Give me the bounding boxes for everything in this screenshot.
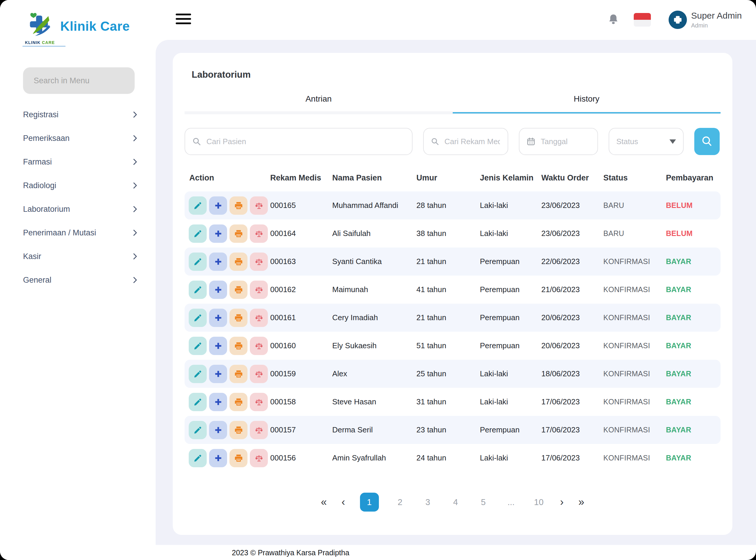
pagination-page-ellipsis[interactable]: ... — [505, 497, 518, 507]
nama-pasien-cell: Amin Syafrullah — [332, 453, 416, 462]
lab-scale-action-button[interactable] — [250, 337, 268, 355]
edit-action-button[interactable] — [189, 449, 207, 467]
sidebar-item-farmasi[interactable]: Farmasi — [23, 150, 137, 174]
pagination-page-1[interactable]: 1 — [360, 493, 379, 512]
status-select-label: Status — [616, 137, 638, 146]
tab-history[interactable]: History — [453, 94, 721, 111]
sidebar-item-label: Laboratorium — [23, 205, 70, 214]
lab-scale-action-button[interactable] — [250, 421, 268, 439]
print-action-button[interactable] — [229, 224, 247, 243]
status-select[interactable]: Status — [609, 128, 683, 155]
add-action-button[interactable] — [209, 365, 227, 383]
topbar-right: Super Admin Admin — [608, 11, 742, 29]
sidebar-item-laboratorium[interactable]: Laboratorium — [23, 197, 137, 221]
pagination-next-button[interactable]: › — [560, 497, 564, 507]
table-column-header: Pembayaran — [666, 173, 720, 182]
lab-scale-action-button[interactable] — [250, 224, 268, 243]
pagination-page-4[interactable]: 4 — [449, 497, 462, 507]
lab-scale-action-button[interactable] — [250, 281, 268, 299]
add-action-button[interactable] — [209, 196, 227, 215]
pagination-page-5[interactable]: 5 — [477, 497, 490, 507]
print-action-button[interactable] — [229, 365, 247, 383]
record-search-input[interactable] — [444, 137, 500, 146]
user-avatar[interactable] — [669, 11, 687, 29]
edit-action-button[interactable] — [189, 281, 207, 299]
date-input[interactable] — [540, 137, 590, 146]
sidebar-item-label: Kasir — [23, 252, 41, 261]
sidebar-item-registrasi[interactable]: Registrasi — [23, 103, 137, 126]
user-role: Admin — [691, 22, 742, 29]
sidebar-item-kasir[interactable]: Kasir — [23, 244, 137, 268]
jenis-kelamin-cell: Perempuan — [480, 341, 541, 350]
edit-action-button[interactable] — [189, 393, 207, 411]
lab-scale-action-button[interactable] — [250, 393, 268, 411]
print-action-button[interactable] — [229, 337, 247, 355]
pagination-page-10[interactable]: 10 — [532, 497, 546, 507]
table-row: 000160 Ely Sukaesih 51 tahun Perempuan 2… — [185, 332, 720, 360]
edit-action-button[interactable] — [189, 224, 207, 243]
sidebar-item-penerimaan-mutasi[interactable]: Penerimaan / Mutasi — [23, 221, 137, 244]
tab-antrian[interactable]: Antrian — [185, 94, 453, 111]
search-icon — [431, 137, 439, 146]
sidebar-item-label: Radiologi — [23, 181, 56, 190]
user-menu[interactable]: Super Admin Admin — [691, 11, 742, 29]
add-action-button[interactable] — [209, 224, 227, 243]
sidebar-item-general[interactable]: General — [23, 268, 137, 292]
lab-scale-action-button[interactable] — [250, 309, 268, 327]
klinik-care-logo-icon — [24, 12, 55, 40]
notification-bell-icon[interactable] — [608, 14, 618, 26]
pagination-prev-button[interactable]: ‹ — [342, 497, 345, 507]
pembayaran-cell: BAYAR — [666, 285, 720, 294]
pagination-page-3[interactable]: 3 — [422, 497, 434, 507]
plus-add-icon — [214, 314, 222, 322]
print-action-button[interactable] — [229, 309, 247, 327]
magnifier-icon — [700, 135, 714, 148]
lab-scale-action-button[interactable] — [250, 196, 268, 215]
table-column-header: Umur — [416, 173, 480, 182]
print-action-button[interactable] — [229, 449, 247, 467]
lab-scale-action-button[interactable] — [250, 253, 268, 271]
edit-action-button[interactable] — [189, 421, 207, 439]
table-row: 000163 Syanti Cantika 21 tahun Perempuan… — [185, 247, 720, 276]
pembayaran-cell: BAYAR — [666, 369, 720, 378]
search-submit-button[interactable] — [694, 128, 720, 155]
print-action-button[interactable] — [229, 421, 247, 439]
lab-scale-action-button[interactable] — [250, 365, 268, 383]
pagination-page-2[interactable]: 2 — [394, 497, 407, 507]
lab-scale-action-button[interactable] — [250, 449, 268, 467]
edit-action-button[interactable] — [189, 365, 207, 383]
add-action-button[interactable] — [209, 393, 227, 411]
user-name: Super Admin — [691, 11, 742, 21]
add-action-button[interactable] — [209, 253, 227, 271]
sidebar-item-radiologi[interactable]: Radiologi — [23, 174, 137, 197]
print-action-button[interactable] — [229, 393, 247, 411]
pagination-first-button[interactable]: « — [321, 497, 327, 507]
sidebar-search-input[interactable] — [23, 67, 135, 94]
add-action-button[interactable] — [209, 449, 227, 467]
printer-icon — [234, 398, 243, 406]
edit-action-button[interactable] — [189, 309, 207, 327]
hamburger-menu-icon[interactable] — [176, 14, 191, 24]
brand-caption-secondary: CARE — [42, 40, 55, 45]
add-action-button[interactable] — [209, 281, 227, 299]
edit-action-button[interactable] — [189, 253, 207, 271]
nama-pasien-cell: Syanti Cantika — [332, 257, 416, 266]
edit-action-button[interactable] — [189, 196, 207, 215]
pagination-last-button[interactable]: » — [578, 497, 585, 507]
add-action-button[interactable] — [209, 309, 227, 327]
date-field — [519, 128, 598, 155]
status-cell: KONFIRMASI — [603, 426, 666, 434]
add-action-button[interactable] — [209, 337, 227, 355]
rekam-medis-cell: 000160 — [270, 341, 332, 350]
sidebar-item-pemeriksaan[interactable]: Pemeriksaan — [23, 126, 137, 150]
print-action-button[interactable] — [229, 196, 247, 215]
print-action-button[interactable] — [229, 253, 247, 271]
waktu-order-cell: 17/06/2023 — [541, 453, 603, 462]
plus-add-icon — [214, 398, 222, 406]
patient-search-input[interactable] — [206, 137, 405, 146]
print-action-button[interactable] — [229, 281, 247, 299]
indonesia-flag-icon[interactable] — [634, 13, 651, 26]
add-action-button[interactable] — [209, 421, 227, 439]
edit-action-button[interactable] — [189, 337, 207, 355]
page-title: Laboratorium — [192, 69, 720, 80]
